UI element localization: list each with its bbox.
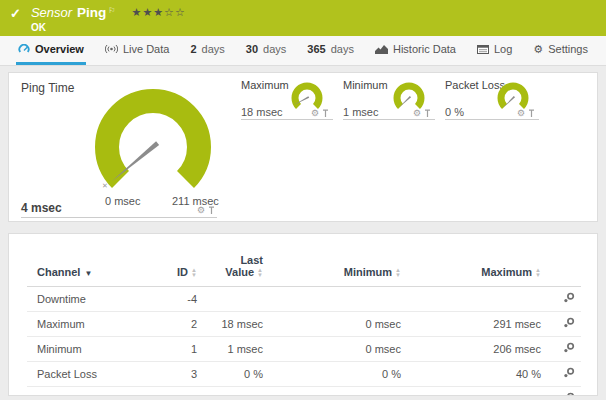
gauge-value: 4 msec	[21, 201, 62, 215]
gauge-title: Ping Time	[21, 81, 74, 95]
tab-label: days	[331, 43, 354, 55]
channel-minimum: 0 msec	[263, 312, 401, 337]
tab-number: 365	[307, 43, 325, 55]
gauge-title: Minimum	[343, 79, 388, 91]
col-header-id[interactable]: ID▲▼	[149, 254, 197, 287]
sort-icon: ▲▼	[191, 268, 197, 278]
gauge-icon	[18, 44, 30, 54]
gauge-divider	[21, 217, 217, 218]
tab-label: days	[263, 43, 286, 55]
tab-historic-data[interactable]: Historic Data	[373, 36, 458, 65]
channel-minimum: 0 msec	[263, 387, 401, 396]
tab-label: Settings	[548, 43, 588, 55]
channel-id: 1	[149, 337, 197, 362]
tab-365-days[interactable]: 365 days	[305, 36, 356, 65]
channel-settings-icon[interactable]	[563, 317, 575, 328]
channel-name: Downtime	[27, 287, 149, 312]
tab-overview[interactable]: Overview	[16, 36, 86, 65]
channel-id: 3	[149, 362, 197, 387]
priority-stars[interactable]: ★★★☆☆	[132, 6, 186, 19]
channels-panel: Channel▼ ID▲▼ Last Value▲▼ Minimum▲▼ Max…	[8, 233, 598, 396]
tab-number: 2	[190, 43, 196, 55]
flag-icon: ⚐	[108, 6, 115, 15]
gauge-divider	[445, 119, 539, 120]
channel-id: -4	[149, 287, 197, 312]
channel-last-value: 18 msec	[197, 312, 263, 337]
channel-settings-icon[interactable]	[563, 292, 575, 303]
tab-bar: Overview Live Data 2 days 30 days 365 da…	[0, 36, 606, 66]
gauge-settings-icon[interactable]: ⚙	[311, 109, 319, 118]
pin-icon[interactable]	[424, 109, 431, 118]
gauge-value: 18 msec	[241, 106, 283, 118]
table-row-downtime: Downtime -4	[27, 287, 581, 312]
table-row-packet-loss: Packet Loss 3 0 % 0 % 40 %	[27, 362, 581, 387]
log-icon	[477, 45, 489, 54]
gauge-divider	[241, 119, 333, 120]
tab-2-days[interactable]: 2 days	[188, 36, 226, 65]
live-data-icon	[105, 44, 118, 54]
channel-last-value: 1 msec	[197, 337, 263, 362]
channel-last-value	[197, 287, 263, 312]
channel-settings-icon[interactable]	[563, 367, 575, 378]
pin-icon[interactable]	[528, 109, 535, 118]
table-row-ping-time: Ping Time 0 4 msec 0 msec 211 msec	[27, 387, 581, 396]
sort-icon: ▲▼	[535, 268, 541, 278]
table-header-row: Channel▼ ID▲▼ Last Value▲▼ Minimum▲▼ Max…	[27, 254, 581, 287]
tab-label: Overview	[35, 43, 84, 55]
col-header-channel[interactable]: Channel▼	[27, 254, 149, 287]
prtg-sensor-page: ✓ Sensor Ping ⚐ ★★★☆☆ OK Overview Live D…	[0, 0, 606, 400]
pin-icon[interactable]	[208, 206, 215, 215]
channel-table: Channel▼ ID▲▼ Last Value▲▼ Minimum▲▼ Max…	[27, 254, 581, 396]
tab-live-data[interactable]: Live Data	[103, 36, 171, 65]
status-badge: OK	[31, 22, 186, 33]
channel-maximum: 291 msec	[401, 312, 541, 337]
gauge-title: Maximum	[241, 79, 289, 91]
tab-log[interactable]: Log	[475, 36, 514, 65]
channel-name: Packet Loss	[27, 362, 149, 387]
sensor-kind-label: Sensor	[31, 5, 72, 20]
ok-check-icon: ✓	[10, 6, 21, 21]
channel-last-value: 4 msec	[197, 387, 263, 396]
col-header-last-value[interactable]: Last Value▲▼	[197, 254, 263, 287]
sort-caret-icon: ▼	[84, 269, 92, 278]
sensor-header: ✓ Sensor Ping ⚐ ★★★☆☆ OK	[0, 0, 606, 36]
channel-maximum: 206 msec	[401, 337, 541, 362]
table-row-minimum: Minimum 1 1 msec 0 msec 206 msec	[27, 337, 581, 362]
pin-icon[interactable]	[322, 109, 329, 118]
tab-settings[interactable]: ⚙ Settings	[531, 36, 590, 65]
channel-maximum	[401, 287, 541, 312]
channel-id: 2	[149, 312, 197, 337]
tab-30-days[interactable]: 30 days	[244, 36, 289, 65]
channel-last-value: 0 %	[197, 362, 263, 387]
gauge-value: 1 msec	[343, 106, 378, 118]
settings-gear-icon: ⚙	[533, 44, 543, 55]
gauge-settings-icon[interactable]: ⚙	[517, 109, 525, 118]
channel-name: Ping Time	[27, 387, 149, 396]
channel-name: Maximum	[27, 312, 149, 337]
table-row-maximum: Maximum 2 18 msec 0 msec 291 msec	[27, 312, 581, 337]
gauge-value: 0 %	[445, 106, 464, 118]
tab-label: Live Data	[123, 43, 169, 55]
col-header-minimum[interactable]: Minimum▲▼	[263, 254, 401, 287]
channel-id: 0	[149, 387, 197, 396]
channel-minimum: 0 %	[263, 362, 401, 387]
sort-icon: ▲▼	[257, 268, 263, 278]
gauge-divider	[343, 119, 435, 120]
tab-label: Log	[494, 43, 512, 55]
ping-time-gauge-block: Ping Time ✕ 0 msec 211 msec 4 msec ⚙	[9, 73, 231, 221]
scale-marker-icon: ✕	[102, 182, 108, 190]
sort-icon: ▲▼	[395, 268, 401, 278]
channel-name: Minimum	[27, 337, 149, 362]
gauge-settings-icon[interactable]: ⚙	[413, 109, 421, 118]
maximum-gauge-block: Maximum 18 msec ⚙	[231, 73, 333, 123]
channel-minimum	[263, 287, 401, 312]
historic-data-icon	[375, 44, 388, 54]
col-header-maximum[interactable]: Maximum▲▼	[401, 254, 541, 287]
channel-maximum: 40 %	[401, 362, 541, 387]
tab-label: days	[202, 43, 225, 55]
gauge-settings-icon[interactable]: ⚙	[197, 206, 205, 215]
gauge-min-label: 0 msec	[105, 195, 140, 207]
channel-settings-icon[interactable]	[563, 392, 575, 396]
packet-loss-gauge-block: Packet Loss 0 % ⚙	[435, 73, 539, 123]
channel-settings-icon[interactable]	[563, 342, 575, 353]
